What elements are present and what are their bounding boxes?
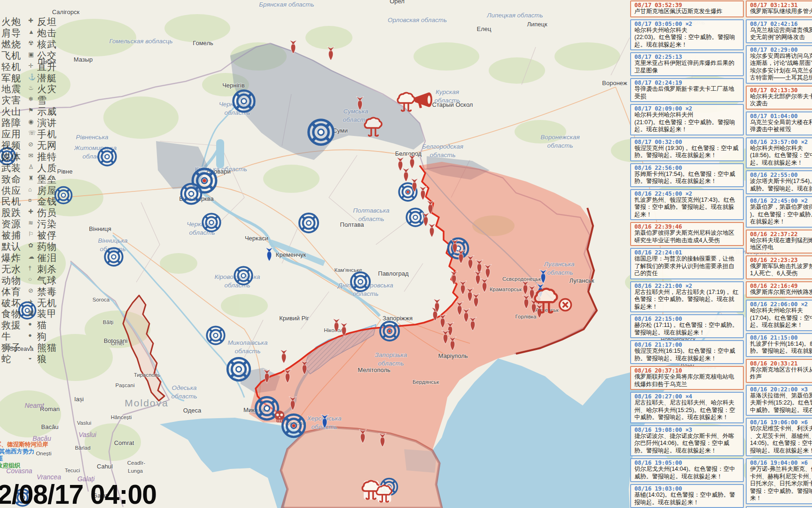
event-card[interactable]: 08/17 02:42:16乌克兰核运营商谴责俄罗斯对其 史无前例”的网络攻击 [746,19,812,43]
map-label: Botoșani [104,337,128,344]
event-card[interactable]: 08/16 22:21:00 ×2尼古拉耶夫州，尼古拉耶夫 (17:19) 。红… [630,281,744,313]
event-card[interactable]: 08/16 19:05:00切尔尼戈夫州(14:04)。红色警报：空中威胁。警报… [630,458,744,482]
event-card[interactable]: 08/16 22:56:00苏姆斯卡州(17:54)。红色警报：空中威胁。警报响… [630,163,744,187]
event-card[interactable]: 08/16 22:55:00波尔塔夫斯卡州(17:54)。红色 威胁。警报响起。… [746,170,812,194]
event-card[interactable]: 08/16 22:23:23俄罗斯军队炮击扎波罗热地区， 1人死亡、6人受伤 [746,255,812,279]
map-label: Брянская область [259,1,314,8]
air-raid-siren-icon[interactable] [105,248,123,266]
air-raid-siren-icon[interactable] [207,326,225,344]
map-label: Гомель [193,40,213,47]
event-card[interactable]: 08/17 02:09:00 ×2哈尔科夫州哈尔科夫州 (21:07)。红色警报… [630,104,744,135]
map-label: Кривий Ріг [279,315,309,322]
air-raid-siren-icon[interactable] [406,208,424,226]
event-card[interactable]: 08/16 18:02:00 ×2 [746,506,812,508]
air-raid-siren-icon[interactable] [351,272,370,291]
event-card[interactable]: 08/16 19:03:00基辅(14:02)。红色警报：空中威胁。警报响起。现… [630,484,744,508]
map-label: Tecuci [65,468,80,473]
event-card[interactable]: 08/17 03:12:31俄罗斯军队继续用多管火箭炮袭 [746,0,812,17]
event-time: 08/17 02:42:16 [750,21,812,27]
event-card[interactable]: 08/17 02:25:13克里米亚占科伊附近弹药库爆炸后果的卫星图像 [630,52,744,76]
event-time: 08/16 20:27:00 ×4 [634,393,740,399]
event-card[interactable]: 08/17 02:29:00埃尔多安周四将访问乌克兰会见 连斯基，讨论“战略层面… [746,45,812,84]
air-raid-siren-icon[interactable] [234,267,252,285]
map-label: Липецкая область [486,12,543,19]
air-raid-siren-icon[interactable] [19,302,36,319]
air-raid-siren-icon[interactable] [309,120,334,145]
event-text: 哈尔科夫现在遭到猛烈炮击，部 地区停电 [750,237,812,252]
event-time: 08/17 02:24:19 [634,79,740,86]
event-card[interactable]: 08/16 22:45:00 ×2第聂伯罗，第聂伯罗彼得罗夫斯 )。红色警报：空… [746,196,812,228]
event-card[interactable]: 08/16 19:08:00 ×3捷尔诺波尔、捷尔诺皮尔斯卡州、外喀尔巴阡州(1… [630,425,744,457]
map-label: Горлівка [515,314,537,319]
map-label: область [429,151,455,159]
map-label: Луганська [543,261,575,268]
event-card[interactable]: 08/17 02:13:30哈尔科夫北部萨尔蒂夫卡遭受多 次袭击 [746,86,812,110]
event-time: 08/16 20:22:00 ×3 [750,386,812,392]
event-text: 第聂伯罗彼得罗夫斯克州尼科波尔地区研究生毕业证书炮击造成4人受伤 [634,230,740,244]
event-card[interactable]: 08/16 20:27:00 ×4尼古拉耶夫、尼古拉耶夫州、哈尔科夫州、哈尔科夫… [630,392,744,423]
event-card[interactable]: 08/17 00:32:00顿涅茨克州 (19:30) 。红色警报：空中威胁。警… [630,137,744,161]
map-label: Кременчук [276,251,306,258]
event-time: 08/16 22:15:00 [634,316,740,322]
air-raid-siren-icon[interactable] [380,322,399,341]
explosion-icon[interactable] [376,485,391,502]
faction-legend-line: 军、德涅斯特河沿岸 [0,441,48,448]
event-time: 08/17 02:25:13 [634,54,740,60]
event-text: 俄罗斯库尔斯克州铁路发生爆炸 [750,289,812,296]
air-raid-siren-icon[interactable] [0,148,16,165]
event-text: 俄罗斯联邦安全局将库尔斯克核电站电线爆炸归咎于乌克兰 [634,373,740,388]
event-card[interactable]: 08/17 03:52:39卢甘斯克地区佩沃迈斯克发生爆炸 [630,0,744,17]
event-card[interactable]: 08/16 22:45:00 ×2扎波罗热州、顿涅茨克州(17:43)。红色警报… [630,189,744,221]
event-card[interactable]: 08/16 20:37:10俄罗斯联邦安全局将库尔斯克核电站电线爆炸归咎于乌克兰 [630,366,744,390]
air-raid-siren-icon[interactable] [203,214,220,231]
event-card[interactable]: 08/16 21:17:00顿涅茨克州(16:15)。红色警报：空中威胁。警报响… [630,340,744,364]
map-label: Одеса [183,407,202,414]
event-text: 扎波罗热州、顿涅茨克州(17:43)。红色警报：空中威胁。警报响起。现在就躲起来… [634,197,740,219]
air-raid-siren-icon[interactable] [55,187,72,204]
event-text: 基洛沃拉德州、第聂伯罗、第聂 夫斯卡州(15:22)。红色警报： 中威胁。警报响… [750,392,812,414]
event-card[interactable]: 08/17 02:24:19导弹袭击后俄罗斯新卡霍夫卡工厂基地受损 [630,78,744,102]
war-map-app: Брянская областьОрловская областьЛипецка… [0,0,812,508]
event-card[interactable]: 08/16 22:37:22哈尔科夫现在遭到猛烈炮击，部 地区停电 [746,230,812,254]
event-card[interactable]: 08/16 19:06:00 ×6切尔尼维茨卡州、利沃夫州、沃 、文尼茨卡州、基… [746,418,812,456]
map-label: Vaslui [77,420,91,426]
event-card[interactable]: 08/16 23:57:00 ×2哈尔科夫州哈尔科夫 (18:56)。红色警报：… [746,137,812,169]
event-card[interactable]: 08/17 03:05:00 ×2哈尔科夫州哈尔科夫 (22:03)。红色警报：… [630,19,744,51]
air-raid-siren-icon[interactable] [98,148,116,166]
faction-legend-line: 其他西方势力 [0,448,48,455]
event-card[interactable]: 08/16 20:33:21库尔斯克地区古什科沃从边境传 炸声 [746,359,812,383]
event-time: 08/16 20:33:21 [750,360,812,366]
map-label: Bălți [103,319,113,325]
map-label: Comrat [114,439,134,446]
map-label: Lunga [128,468,143,474]
event-time: 08/17 02:29:00 [750,47,812,53]
event-card[interactable]: 08/16 22:06:00 ×2哈尔科夫州哈尔科夫 (17:04)。红色警报：… [746,300,812,331]
air-raid-siren-icon[interactable] [299,214,318,232]
event-card[interactable]: 08/16 21:15:00扎波罗什卡州(16:14)。红色警 胁。警报响起。现… [746,333,812,357]
event-time: 08/16 22:37:22 [750,231,812,237]
event-card[interactable]: 08/16 22:15:00赫尔松 (17:11) 。红色警报：空中威胁。警报响… [630,314,744,338]
air-raid-siren-icon[interactable] [234,91,255,112]
event-card[interactable]: 08/16 19:04:00 ×6伊万诺-弗兰科夫斯克、伊万诺 卡州、赫梅利尼茨… [746,458,812,504]
map-label: Миколаївська [228,339,268,346]
map-label: область [343,116,368,123]
event-text: 德国总理：与普京的接触很重要，让他了解我们的要求并认识到他需要承担自己的责任 [634,255,740,278]
event-text: 库尔斯克地区古什科沃从边境传 炸声 [750,366,812,381]
event-card[interactable]: 08/17 01:04:00乌克兰安全局前大楼在利西昌斯 弹袭击中被摧毁 [746,111,812,135]
event-text: 乌克兰核运营商谴责俄罗斯对其 史无前例”的网络攻击 [750,27,812,41]
air-raid-siren-icon[interactable] [448,238,468,259]
event-card[interactable]: 08/16 22:16:49俄罗斯库尔斯克州铁路发生爆炸 [746,281,812,298]
event-card[interactable]: 08/16 22:39:46第聂伯罗彼得罗夫斯克州尼科波尔地区研究生毕业证书炮击… [630,222,744,246]
air-raid-siren-icon[interactable] [227,358,250,381]
map-label: Луганськ [569,277,594,284]
event-time: 08/16 22:45:00 ×2 [634,190,740,197]
event-card[interactable]: 08/16 20:22:00 ×3基洛沃拉德州、第聂伯罗、第聂 夫斯卡州(15:… [746,385,812,416]
event-card[interactable]: 08/16 22:24:01德国总理：与普京的接触很重要，让他了解我们的要求并认… [630,248,744,279]
map-label: Суми [333,127,348,134]
air-raid-siren-icon[interactable] [181,184,202,204]
air-raid-siren-icon[interactable] [282,414,305,437]
map-label: Старый Оскол [432,101,473,108]
map-label: Iași [74,396,84,403]
event-text: 切尔尼戈夫州(14:04)。红色警报：空中威胁。警报响起。现在就躲起来！ [634,466,740,480]
closed-x-icon[interactable] [560,299,571,311]
